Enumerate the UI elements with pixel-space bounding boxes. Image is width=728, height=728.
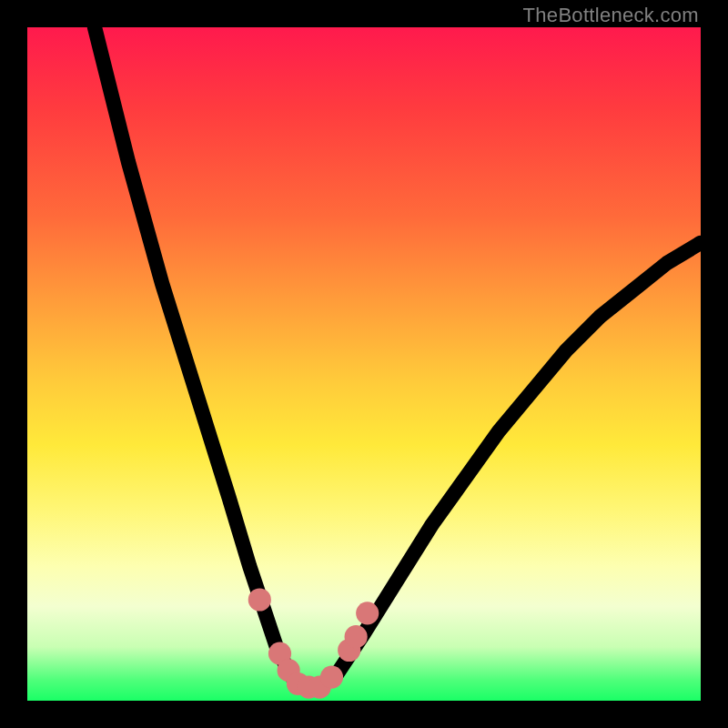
plot-area — [27, 27, 701, 701]
curve-svg — [27, 27, 701, 701]
curve-marker — [248, 588, 271, 611]
bottleneck-curve — [95, 27, 701, 687]
curve-marker — [356, 602, 379, 624]
curve-marker — [345, 625, 368, 648]
chart-frame: TheBottleneck.com — [0, 0, 728, 728]
attribution-text: TheBottleneck.com — [523, 4, 699, 27]
curve-marker — [320, 666, 343, 689]
